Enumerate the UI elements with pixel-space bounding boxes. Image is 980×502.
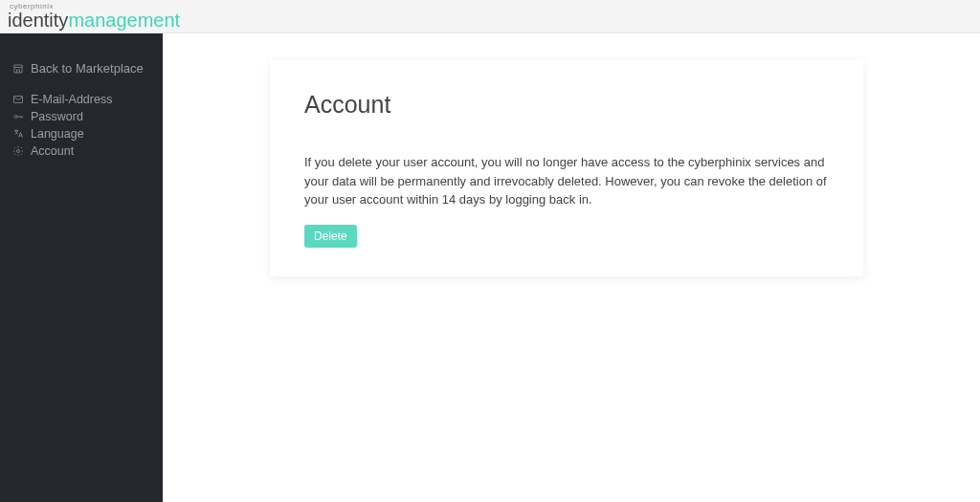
svg-rect-0	[14, 97, 23, 103]
sidebar-item-label: E-Mail-Address	[31, 91, 112, 109]
page-title: Account	[304, 91, 829, 119]
store-icon	[11, 62, 25, 76]
sidebar-item-language[interactable]: Language	[0, 125, 163, 142]
main-content: Account If you delete your user account,…	[163, 33, 980, 502]
account-card: Account If you delete your user account,…	[270, 60, 863, 276]
brand-main-2: management	[68, 11, 180, 30]
sidebar-item-password[interactable]: Password	[0, 108, 163, 125]
svg-point-1	[14, 116, 17, 119]
sidebar-item-marketplace[interactable]: Back to Marketplace	[0, 60, 163, 77]
sidebar-item-label: Password	[31, 108, 83, 126]
account-delete-description: If you delete your user account, you wil…	[304, 153, 829, 209]
top-header: cyberphinix identity management	[0, 0, 980, 33]
sidebar: Back to Marketplace E-Mail-Address Passw…	[0, 33, 163, 502]
key-icon	[11, 110, 25, 123]
gear-icon	[11, 144, 25, 158]
language-icon	[11, 127, 25, 141]
delete-account-button[interactable]: Delete	[304, 225, 357, 248]
sidebar-item-label: Back to Marketplace	[31, 59, 144, 78]
sidebar-item-email[interactable]: E-Mail-Address	[0, 91, 163, 108]
brand-logo[interactable]: cyberphinix identity management	[8, 3, 180, 30]
sidebar-item-label: Account	[31, 142, 74, 161]
svg-point-2	[17, 150, 20, 153]
mail-icon	[11, 93, 25, 106]
brand-main-1: identity	[8, 11, 68, 30]
sidebar-item-label: Language	[31, 125, 84, 143]
sidebar-item-account[interactable]: Account	[0, 142, 163, 160]
